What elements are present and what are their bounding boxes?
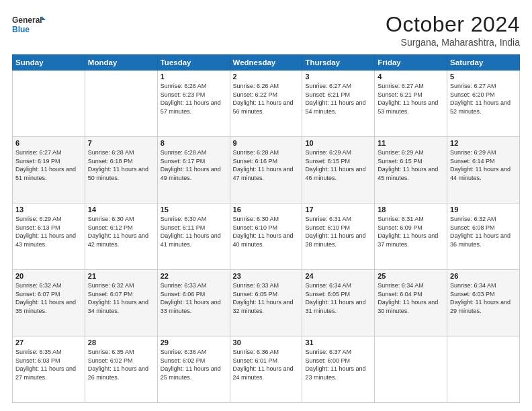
calendar-week-row: 6 Sunrise: 6:27 AM Sunset: 6:19 PM Dayli… [13,137,520,203]
daylight-text: Daylight: 11 hours and 57 minutes. [161,99,221,115]
cell-info: Sunrise: 6:28 AM Sunset: 6:16 PM Dayligh… [233,148,300,182]
daylight-text: Daylight: 11 hours and 36 minutes. [450,232,511,248]
sunset-text: Sunset: 6:04 PM [378,291,423,298]
sunset-text: Sunset: 6:10 PM [305,224,350,231]
daylight-text: Daylight: 11 hours and 30 minutes. [378,299,438,314]
col-monday: Monday [85,55,157,71]
sunrise-text: Sunrise: 6:27 AM [305,83,351,89]
sunset-text: Sunset: 6:16 PM [233,158,278,165]
svg-text:General: General [12,15,42,25]
col-tuesday: Tuesday [157,55,230,71]
calendar-cell [447,336,520,403]
daylight-text: Daylight: 11 hours and 33 minutes. [161,299,221,314]
calendar-cell: 26 Sunrise: 6:34 AM Sunset: 6:03 PM Dayl… [447,270,520,336]
cell-info: Sunrise: 6:30 AM Sunset: 6:12 PM Dayligh… [88,215,154,248]
calendar-cell: 23 Sunrise: 6:33 AM Sunset: 6:05 PM Dayl… [230,270,302,336]
cell-info: Sunrise: 6:34 AM Sunset: 6:03 PM Dayligh… [450,281,517,315]
day-number: 18 [378,205,444,214]
sunset-text: Sunset: 6:05 PM [233,291,278,298]
cell-info: Sunrise: 6:27 AM Sunset: 6:21 PM Dayligh… [305,82,371,116]
cell-info: Sunrise: 6:32 AM Sunset: 6:07 PM Dayligh… [15,281,82,315]
daylight-text: Daylight: 11 hours and 54 minutes. [305,99,365,115]
sunset-text: Sunset: 6:12 PM [88,224,133,231]
location: Surgana, Maharashtra, India [386,37,520,48]
calendar-cell: 20 Sunrise: 6:32 AM Sunset: 6:07 PM Dayl… [13,270,85,336]
sunset-text: Sunset: 6:20 PM [450,91,495,98]
calendar-cell: 17 Sunrise: 6:31 AM Sunset: 6:10 PM Dayl… [302,203,375,270]
sunrise-text: Sunrise: 6:31 AM [305,216,351,222]
day-number: 15 [161,205,227,214]
sunrise-text: Sunrise: 6:32 AM [450,216,496,222]
sunset-text: Sunset: 6:23 PM [161,91,206,98]
cell-info: Sunrise: 6:30 AM Sunset: 6:11 PM Dayligh… [161,215,227,248]
calendar-cell: 14 Sunrise: 6:30 AM Sunset: 6:12 PM Dayl… [85,203,157,270]
sunrise-text: Sunrise: 6:35 AM [15,349,62,355]
day-number: 25 [378,272,444,280]
col-sunday: Sunday [13,55,85,71]
day-number: 3 [305,73,371,81]
calendar-cell: 7 Sunrise: 6:28 AM Sunset: 6:18 PM Dayli… [85,137,157,203]
day-number: 24 [305,272,371,280]
sunset-text: Sunset: 6:02 PM [88,357,133,364]
daylight-text: Daylight: 11 hours and 40 minutes. [233,232,294,248]
day-number: 13 [15,205,82,214]
sunset-text: Sunset: 6:21 PM [305,91,350,98]
sunset-text: Sunset: 6:03 PM [450,291,495,298]
cell-info: Sunrise: 6:36 AM Sunset: 6:01 PM Dayligh… [233,348,300,381]
cell-info: Sunrise: 6:27 AM Sunset: 6:21 PM Dayligh… [378,82,444,116]
sunset-text: Sunset: 6:15 PM [378,158,423,165]
header: General Blue October 2024 Surgana, Mahar… [12,12,520,48]
svg-text:Blue: Blue [12,25,30,34]
calendar-week-row: 13 Sunrise: 6:29 AM Sunset: 6:13 PM Dayl… [13,203,520,270]
cell-info: Sunrise: 6:28 AM Sunset: 6:17 PM Dayligh… [161,148,227,182]
sunrise-text: Sunrise: 6:29 AM [15,216,62,222]
calendar-cell: 28 Sunrise: 6:35 AM Sunset: 6:02 PM Dayl… [85,336,157,403]
sunset-text: Sunset: 6:10 PM [233,224,278,231]
daylight-text: Daylight: 11 hours and 47 minutes. [233,166,294,181]
day-number: 23 [233,272,300,280]
sunrise-text: Sunrise: 6:28 AM [161,149,207,156]
day-number: 11 [378,139,444,147]
cell-info: Sunrise: 6:34 AM Sunset: 6:04 PM Dayligh… [378,281,444,315]
calendar-cell: 27 Sunrise: 6:35 AM Sunset: 6:03 PM Dayl… [13,336,85,403]
sunrise-text: Sunrise: 6:29 AM [450,149,496,156]
cell-info: Sunrise: 6:35 AM Sunset: 6:03 PM Dayligh… [15,348,82,381]
calendar-cell [375,336,447,403]
sunset-text: Sunset: 6:19 PM [15,158,60,165]
cell-info: Sunrise: 6:36 AM Sunset: 6:02 PM Dayligh… [161,348,227,381]
calendar-cell: 15 Sunrise: 6:30 AM Sunset: 6:11 PM Dayl… [157,203,230,270]
col-thursday: Thursday [302,55,375,71]
sunrise-text: Sunrise: 6:29 AM [305,149,351,156]
cell-info: Sunrise: 6:26 AM Sunset: 6:23 PM Dayligh… [161,82,227,116]
cell-info: Sunrise: 6:33 AM Sunset: 6:06 PM Dayligh… [161,281,227,315]
daylight-text: Daylight: 11 hours and 43 minutes. [15,232,76,248]
sunrise-text: Sunrise: 6:33 AM [161,282,207,289]
day-number: 29 [161,338,227,347]
sunset-text: Sunset: 6:00 PM [305,357,350,364]
day-number: 9 [233,139,300,147]
calendar-cell: 12 Sunrise: 6:29 AM Sunset: 6:14 PM Dayl… [447,137,520,203]
daylight-text: Daylight: 11 hours and 31 minutes. [305,299,365,314]
calendar-cell: 13 Sunrise: 6:29 AM Sunset: 6:13 PM Dayl… [13,203,85,270]
cell-info: Sunrise: 6:32 AM Sunset: 6:08 PM Dayligh… [450,215,517,248]
sunset-text: Sunset: 6:07 PM [15,291,60,298]
day-number: 19 [450,205,517,214]
day-number: 26 [450,272,517,280]
calendar-cell: 8 Sunrise: 6:28 AM Sunset: 6:17 PM Dayli… [157,137,230,203]
daylight-text: Daylight: 11 hours and 52 minutes. [450,99,511,115]
sunset-text: Sunset: 6:06 PM [161,291,206,298]
daylight-text: Daylight: 11 hours and 26 minutes. [88,365,148,381]
sunset-text: Sunset: 6:13 PM [15,224,60,231]
sunrise-text: Sunrise: 6:34 AM [378,282,424,289]
calendar-cell: 19 Sunrise: 6:32 AM Sunset: 6:08 PM Dayl… [447,203,520,270]
sunrise-text: Sunrise: 6:28 AM [88,149,134,156]
calendar-cell: 5 Sunrise: 6:27 AM Sunset: 6:20 PM Dayli… [447,71,520,137]
calendar-cell: 11 Sunrise: 6:29 AM Sunset: 6:15 PM Dayl… [375,137,447,203]
sunset-text: Sunset: 6:22 PM [233,91,278,98]
logo: General Blue [12,12,46,38]
sunrise-text: Sunrise: 6:31 AM [378,216,424,222]
daylight-text: Daylight: 11 hours and 25 minutes. [161,365,221,381]
calendar-week-row: 20 Sunrise: 6:32 AM Sunset: 6:07 PM Dayl… [13,270,520,336]
sunset-text: Sunset: 6:21 PM [378,91,423,98]
calendar-week-row: 27 Sunrise: 6:35 AM Sunset: 6:03 PM Dayl… [13,336,520,403]
